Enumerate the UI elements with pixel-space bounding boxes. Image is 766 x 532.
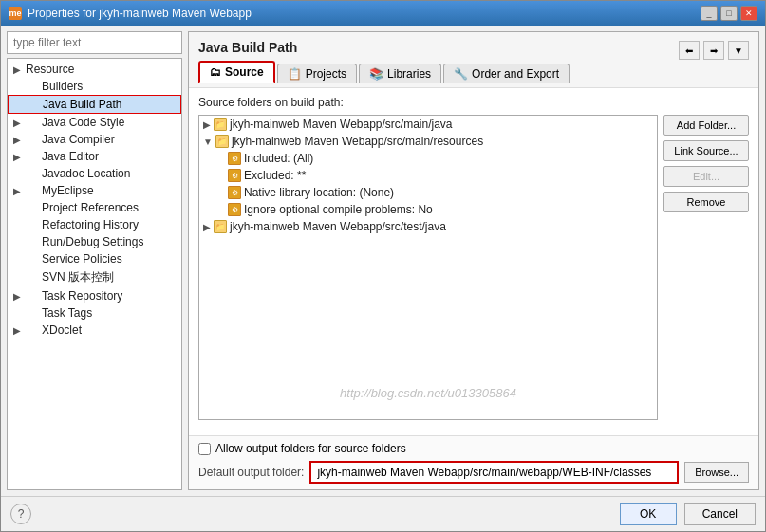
expand-arrow: ▶ [13,64,23,75]
sidebar-item-java-editor[interactable]: ▶ Java Editor [8,148,181,165]
expand-arrow: ▶ [13,186,23,196]
left-panel: ▶ Resource Builders Java Build Path ▶ Ja… [7,31,182,490]
allow-output-label: Allow output folders for source folders [215,442,406,455]
source-area: ▶ 📁 jkyh-mainweb Maven Webapp/src/main/j… [198,115,749,428]
source-tree-row[interactable]: ▶ 📁 jkyh-mainweb Maven Webapp/src/main/j… [199,116,657,133]
sidebar-item-label: Builders [42,80,83,93]
sidebar-item-service-policies[interactable]: Service Policies [8,250,181,267]
filter-input[interactable] [7,31,182,54]
browse-button[interactable]: Browse... [684,462,749,483]
sidebar-item-label: Java Editor [42,150,99,163]
setting-icon: ⚙ [228,186,241,199]
sidebar-item-javadoc-location[interactable]: Javadoc Location [8,165,181,182]
sidebar-item-label: Run/Debug Settings [42,235,143,248]
action-buttons: Add Folder... Link Source... Edit... Rem… [663,115,749,428]
source-path-label: Ignore optional compile problems: No [244,203,433,216]
dialog-footer: ? OK Cancel [1,496,765,531]
expand-arrow: ▶ [13,118,23,128]
tab-order-export[interactable]: 🔧 Order and Export [443,64,570,83]
default-output-input[interactable] [309,461,679,484]
expand-arrow: ▶ [13,325,23,336]
sidebar-item-task-tags[interactable]: Task Tags [8,304,181,321]
dialog: me Properties for jkyh-mainweb Maven Web… [0,0,766,532]
setting-icon: ⚙ [228,203,241,216]
sidebar-item-label: Project References [42,201,139,214]
title-bar: me Properties for jkyh-mainweb Maven Web… [1,1,765,26]
source-tree-row[interactable]: ⚙ Native library location: (None) [199,184,657,201]
sidebar-item-java-build-path[interactable]: Java Build Path [8,95,181,114]
sidebar-item-label: XDoclet [42,323,82,337]
forward-button[interactable]: ➡ [703,41,724,60]
add-folder-button[interactable]: Add Folder... [663,115,749,136]
ok-button[interactable]: OK [620,503,677,525]
expand-arrow: ▶ [13,291,23,302]
sidebar-item-label: Refactoring History [42,218,139,231]
tree-arrow: ▶ [203,222,211,232]
folder-icon: 📁 [214,220,227,233]
setting-icon: ⚙ [228,152,241,165]
sidebar-item-java-compiler[interactable]: ▶ Java Compiler [8,131,181,148]
section-label: Source folders on build path: [198,96,749,109]
right-panel: Java Build Path ⬅ ➡ ▼ 🗂 Source 📋 Project… [188,31,759,490]
sidebar-item-builders[interactable]: Builders [8,78,181,95]
sidebar-item-label: Resource [26,63,74,76]
maximize-button[interactable]: □ [720,6,738,21]
sidebar-item-label: Java Compiler [42,133,115,146]
sidebar-item-label: MyEclipse [42,184,94,197]
watermark: http://blog.csdn.net/u013305864 [340,386,516,400]
allow-output-checkbox[interactable] [198,443,211,455]
cancel-button[interactable]: Cancel [684,503,756,525]
sidebar-item-myeclipse[interactable]: ▶ MyEclipse [8,182,181,199]
source-tree-row[interactable]: ⚙ Ignore optional compile problems: No [199,201,657,218]
tab-projects[interactable]: 📋 Projects [277,64,357,83]
source-path-label: jkyh-mainweb Maven Webapp/src/main/java [230,118,453,131]
source-path-label: Included: (All) [244,152,313,165]
tab-projects-icon: 📋 [288,67,302,81]
main-content: ▶ Resource Builders Java Build Path ▶ Ja… [1,26,765,496]
sidebar-item-xdoclet[interactable]: ▶ XDoclet [8,321,181,339]
sidebar-item-refactoring-history[interactable]: Refactoring History [8,216,181,233]
sidebar-item-task-repository[interactable]: ▶ Task Repository [8,287,181,304]
sidebar-item-run-debug-settings[interactable]: Run/Debug Settings [8,233,181,250]
right-body: Source folders on build path: ▶ 📁 jkyh-m… [189,88,758,435]
tab-source-label: Source [225,65,264,79]
checkbox-row: Allow output folders for source folders [198,442,749,455]
folder-icon: 📁 [215,135,229,148]
source-tree-row[interactable]: ▼ 📁 jkyh-mainweb Maven Webapp/src/main/r… [199,133,657,150]
link-source-button[interactable]: Link Source... [663,140,749,161]
source-tree-row[interactable]: ⚙ Included: (All) [199,150,657,167]
source-tree-row[interactable]: ▶ 📁 jkyh-mainweb Maven Webapp/src/test/j… [199,218,657,235]
dropdown-button[interactable]: ▼ [728,41,749,60]
panel-title: Java Build Path [198,40,297,55]
edit-button[interactable]: Edit... [663,166,749,187]
sidebar-item-project-references[interactable]: Project References [8,199,181,216]
tabs-row: 🗂 Source 📋 Projects 📚 Libraries 🔧 Order … [198,61,749,83]
remove-button[interactable]: Remove [663,192,749,212]
expand-arrow: ▶ [13,135,23,145]
bottom-area: Allow output folders for source folders … [189,435,758,489]
sidebar-item-label: Service Policies [42,252,122,266]
tab-libraries[interactable]: 📚 Libraries [359,64,441,83]
dialog-title: Properties for jkyh-mainweb Maven Webapp [28,7,695,20]
sidebar-tree: ▶ Resource Builders Java Build Path ▶ Ja… [7,58,182,490]
sidebar-item-label: Java Code Style [42,116,124,129]
default-output-label: Default output folder: [198,466,304,479]
sidebar-item-label: Javadoc Location [42,167,130,180]
footer-buttons: OK Cancel [620,503,756,525]
sidebar-item-java-code-style[interactable]: ▶ Java Code Style [8,114,181,131]
app-icon: me [9,7,22,20]
sidebar-item-resource[interactable]: ▶ Resource [8,61,181,78]
tab-source-icon: 🗂 [210,65,221,79]
tree-arrow: ▼ [203,137,213,147]
tab-source[interactable]: 🗂 Source [198,61,275,83]
tab-order-label: Order and Export [472,67,559,81]
help-button[interactable]: ? [10,504,31,524]
nav-buttons: ⬅ ➡ ▼ [679,41,749,60]
close-button[interactable]: ✕ [740,6,757,21]
sidebar-item-svn[interactable]: SVN 版本控制 [8,267,181,287]
source-path-label: jkyh-mainweb Maven Webapp/src/test/java [230,220,446,233]
source-tree-row[interactable]: ⚙ Excluded: ** [199,167,657,184]
minimize-button[interactable]: _ [701,6,718,21]
tab-order-icon: 🔧 [454,67,468,81]
back-button[interactable]: ⬅ [679,41,700,60]
